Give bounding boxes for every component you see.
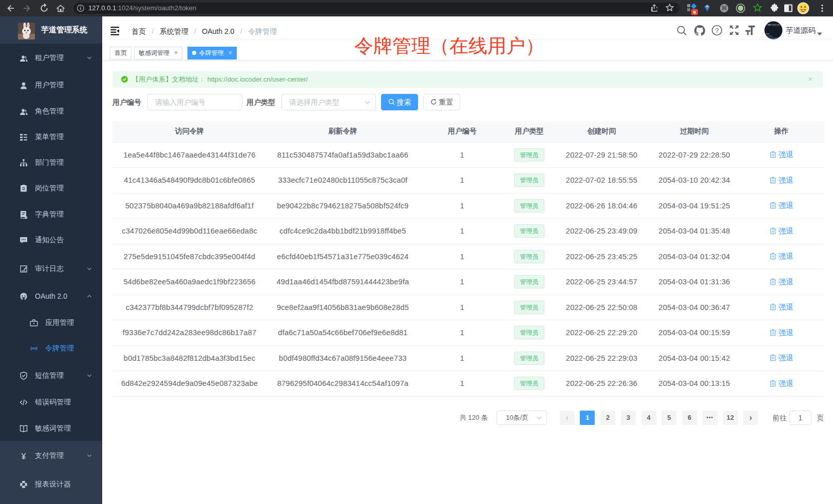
svg-text:9: 9	[693, 9, 696, 15]
svg-text:?: ?	[715, 27, 719, 34]
svg-text:⌘: ⌘	[721, 5, 727, 12]
svg-text:芋道源码: 芋道源码	[786, 26, 816, 34]
